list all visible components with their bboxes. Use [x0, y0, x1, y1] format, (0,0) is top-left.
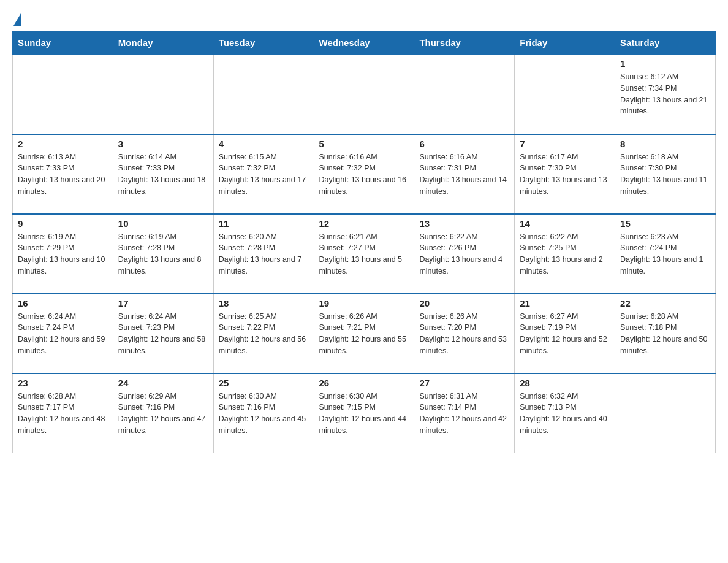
day-info: Sunrise: 6:30 AMSunset: 7:15 PMDaylight:…	[319, 391, 409, 437]
day-number: 24	[118, 378, 208, 388]
calendar-day-cell: 8Sunrise: 6:18 AMSunset: 7:30 PMDaylight…	[615, 134, 716, 214]
day-number: 5	[319, 139, 409, 149]
calendar-day-cell: 14Sunrise: 6:22 AMSunset: 7:25 PMDayligh…	[515, 214, 615, 294]
calendar-table: SundayMondayTuesdayWednesdayThursdayFrid…	[12, 31, 716, 453]
page-header	[12, 12, 716, 25]
day-info: Sunrise: 6:27 AMSunset: 7:19 PMDaylight:…	[520, 311, 610, 357]
calendar-week-row: 23Sunrise: 6:28 AMSunset: 7:17 PMDayligh…	[13, 373, 716, 453]
calendar-day-cell: 11Sunrise: 6:20 AMSunset: 7:28 PMDayligh…	[213, 214, 314, 294]
day-number: 8	[620, 139, 710, 149]
calendar-day-cell: 16Sunrise: 6:24 AMSunset: 7:24 PMDayligh…	[13, 294, 113, 373]
day-number: 27	[419, 378, 509, 388]
day-number: 1	[620, 58, 710, 69]
calendar-header-wednesday: Wednesday	[314, 31, 414, 55]
calendar-day-cell	[314, 55, 414, 134]
calendar-week-row: 9Sunrise: 6:19 AMSunset: 7:29 PMDaylight…	[13, 214, 716, 294]
calendar-day-cell: 19Sunrise: 6:26 AMSunset: 7:21 PMDayligh…	[314, 294, 414, 373]
day-number: 14	[520, 218, 610, 229]
day-info: Sunrise: 6:26 AMSunset: 7:21 PMDaylight:…	[319, 311, 409, 357]
calendar-day-cell: 23Sunrise: 6:28 AMSunset: 7:17 PMDayligh…	[13, 373, 113, 453]
day-number: 23	[18, 378, 108, 388]
day-info: Sunrise: 6:18 AMSunset: 7:30 PMDaylight:…	[620, 151, 710, 197]
calendar-day-cell: 17Sunrise: 6:24 AMSunset: 7:23 PMDayligh…	[113, 294, 213, 373]
calendar-header-saturday: Saturday	[615, 31, 716, 55]
calendar-header-friday: Friday	[515, 31, 615, 55]
calendar-day-cell: 25Sunrise: 6:30 AMSunset: 7:16 PMDayligh…	[213, 373, 314, 453]
calendar-header-sunday: Sunday	[13, 31, 113, 55]
calendar-day-cell: 21Sunrise: 6:27 AMSunset: 7:19 PMDayligh…	[515, 294, 615, 373]
calendar-day-cell: 7Sunrise: 6:17 AMSunset: 7:30 PMDaylight…	[515, 134, 615, 214]
day-number: 7	[520, 139, 610, 149]
day-number: 18	[219, 298, 309, 308]
calendar-day-cell: 10Sunrise: 6:19 AMSunset: 7:28 PMDayligh…	[113, 214, 213, 294]
day-number: 3	[118, 139, 208, 149]
calendar-header-tuesday: Tuesday	[213, 31, 314, 55]
day-number: 11	[219, 218, 309, 229]
day-info: Sunrise: 6:15 AMSunset: 7:32 PMDaylight:…	[219, 151, 309, 197]
calendar-day-cell: 22Sunrise: 6:28 AMSunset: 7:18 PMDayligh…	[615, 294, 716, 373]
day-number: 28	[520, 378, 610, 388]
day-info: Sunrise: 6:30 AMSunset: 7:16 PMDaylight:…	[219, 391, 309, 437]
calendar-day-cell: 24Sunrise: 6:29 AMSunset: 7:16 PMDayligh…	[113, 373, 213, 453]
day-number: 22	[620, 298, 710, 308]
day-info: Sunrise: 6:24 AMSunset: 7:24 PMDaylight:…	[18, 311, 108, 357]
day-number: 6	[419, 139, 509, 149]
day-number: 20	[419, 298, 509, 308]
day-info: Sunrise: 6:19 AMSunset: 7:29 PMDaylight:…	[18, 231, 108, 277]
calendar-day-cell: 18Sunrise: 6:25 AMSunset: 7:22 PMDayligh…	[213, 294, 314, 373]
calendar-day-cell	[515, 55, 615, 134]
day-info: Sunrise: 6:21 AMSunset: 7:27 PMDaylight:…	[319, 231, 409, 277]
calendar-day-cell: 28Sunrise: 6:32 AMSunset: 7:13 PMDayligh…	[515, 373, 615, 453]
calendar-week-row: 16Sunrise: 6:24 AMSunset: 7:24 PMDayligh…	[13, 294, 716, 373]
calendar-day-cell: 27Sunrise: 6:31 AMSunset: 7:14 PMDayligh…	[414, 373, 515, 453]
calendar-day-cell: 4Sunrise: 6:15 AMSunset: 7:32 PMDaylight…	[213, 134, 314, 214]
day-number: 21	[520, 298, 610, 308]
day-info: Sunrise: 6:20 AMSunset: 7:28 PMDaylight:…	[219, 231, 309, 277]
calendar-day-cell: 20Sunrise: 6:26 AMSunset: 7:20 PMDayligh…	[414, 294, 515, 373]
day-info: Sunrise: 6:31 AMSunset: 7:14 PMDaylight:…	[419, 391, 509, 437]
calendar-day-cell: 9Sunrise: 6:19 AMSunset: 7:29 PMDaylight…	[13, 214, 113, 294]
day-info: Sunrise: 6:26 AMSunset: 7:20 PMDaylight:…	[419, 311, 509, 357]
calendar-day-cell	[213, 55, 314, 134]
day-info: Sunrise: 6:22 AMSunset: 7:25 PMDaylight:…	[520, 231, 610, 277]
day-info: Sunrise: 6:17 AMSunset: 7:30 PMDaylight:…	[520, 151, 610, 197]
day-info: Sunrise: 6:28 AMSunset: 7:17 PMDaylight:…	[18, 391, 108, 437]
calendar-day-cell: 26Sunrise: 6:30 AMSunset: 7:15 PMDayligh…	[314, 373, 414, 453]
day-info: Sunrise: 6:22 AMSunset: 7:26 PMDaylight:…	[419, 231, 509, 277]
day-number: 25	[219, 378, 309, 388]
logo	[12, 12, 21, 25]
day-number: 19	[319, 298, 409, 308]
day-number: 17	[118, 298, 208, 308]
calendar-day-cell: 12Sunrise: 6:21 AMSunset: 7:27 PMDayligh…	[314, 214, 414, 294]
calendar-day-cell: 1Sunrise: 6:12 AMSunset: 7:34 PMDaylight…	[615, 55, 716, 134]
calendar-day-cell	[615, 373, 716, 453]
day-number: 13	[419, 218, 509, 229]
day-info: Sunrise: 6:14 AMSunset: 7:33 PMDaylight:…	[118, 151, 208, 197]
day-number: 26	[319, 378, 409, 388]
calendar-day-cell: 6Sunrise: 6:16 AMSunset: 7:31 PMDaylight…	[414, 134, 515, 214]
calendar-day-cell: 5Sunrise: 6:16 AMSunset: 7:32 PMDaylight…	[314, 134, 414, 214]
calendar-day-cell	[13, 55, 113, 134]
calendar-day-cell	[414, 55, 515, 134]
day-info: Sunrise: 6:12 AMSunset: 7:34 PMDaylight:…	[620, 71, 710, 117]
day-info: Sunrise: 6:16 AMSunset: 7:31 PMDaylight:…	[419, 151, 509, 197]
day-number: 10	[118, 218, 208, 229]
logo-triangle-icon	[13, 13, 21, 26]
calendar-day-cell: 2Sunrise: 6:13 AMSunset: 7:33 PMDaylight…	[13, 134, 113, 214]
day-info: Sunrise: 6:24 AMSunset: 7:23 PMDaylight:…	[118, 311, 208, 357]
calendar-day-cell: 13Sunrise: 6:22 AMSunset: 7:26 PMDayligh…	[414, 214, 515, 294]
calendar-day-cell: 15Sunrise: 6:23 AMSunset: 7:24 PMDayligh…	[615, 214, 716, 294]
day-info: Sunrise: 6:25 AMSunset: 7:22 PMDaylight:…	[219, 311, 309, 357]
calendar-week-row: 2Sunrise: 6:13 AMSunset: 7:33 PMDaylight…	[13, 134, 716, 214]
day-info: Sunrise: 6:29 AMSunset: 7:16 PMDaylight:…	[118, 391, 208, 437]
day-number: 4	[219, 139, 309, 149]
calendar-week-row: 1Sunrise: 6:12 AMSunset: 7:34 PMDaylight…	[13, 55, 716, 134]
day-number: 9	[18, 218, 108, 229]
day-info: Sunrise: 6:23 AMSunset: 7:24 PMDaylight:…	[620, 231, 710, 277]
day-info: Sunrise: 6:32 AMSunset: 7:13 PMDaylight:…	[520, 391, 610, 437]
day-number: 12	[319, 218, 409, 229]
day-info: Sunrise: 6:19 AMSunset: 7:28 PMDaylight:…	[118, 231, 208, 277]
calendar-header-row: SundayMondayTuesdayWednesdayThursdayFrid…	[13, 31, 716, 55]
day-number: 2	[18, 139, 108, 149]
day-number: 16	[18, 298, 108, 308]
